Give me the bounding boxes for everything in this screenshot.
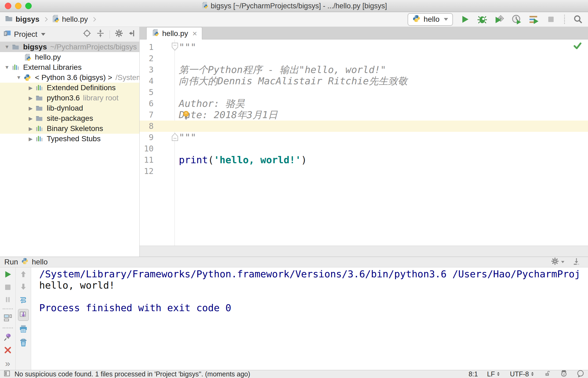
print-button[interactable] — [19, 324, 28, 335]
code-text[interactable]: Author: 骆昊 — [175, 98, 245, 109]
hide-run-panel-button[interactable] — [572, 257, 580, 267]
line-number[interactable]: 3 — [140, 64, 175, 75]
pause-output-button[interactable] — [4, 296, 12, 304]
line-number[interactable]: 1 — [140, 42, 175, 53]
code-text[interactable]: 向伟大的Dennis MacAlistair Ritchie先生致敬 — [175, 75, 408, 87]
code-line-12: 12 — [140, 166, 588, 177]
chevron-right-icon[interactable]: ▶ — [26, 136, 35, 142]
run-configuration-name: hello — [424, 15, 440, 24]
code-line-10: 10 — [140, 143, 588, 154]
chevron-down-icon[interactable] — [41, 33, 45, 36]
code-line-4: 4向伟大的Dennis MacAlistair Ritchie先生致敬 — [140, 75, 588, 87]
main-area: Project ▼bigsys~/PycharmProjects/bigsysh… — [0, 27, 588, 257]
close-window-button[interactable] — [5, 3, 11, 9]
tree-item-site-packages[interactable]: ▶site-packages — [0, 113, 139, 123]
next-occurrence-button[interactable] — [19, 283, 27, 292]
python-icon — [24, 74, 33, 81]
fold-region-start-icon[interactable] — [171, 42, 179, 55]
lock-icon[interactable] — [544, 370, 551, 378]
stop-button[interactable] — [546, 14, 556, 24]
intention-bulb-icon[interactable] — [182, 110, 190, 124]
folder-icon — [35, 104, 45, 112]
editor-tab-hello-py[interactable]: hello.py × — [146, 27, 202, 39]
stop-process-button[interactable] — [4, 283, 12, 292]
tree-item-typeshed-stubs[interactable]: ▶Typeshed Stubs — [0, 134, 139, 144]
chevron-right-icon — [43, 17, 48, 22]
tree-item-hello.py[interactable]: hello.py — [0, 52, 139, 62]
settings-gear-button[interactable] — [115, 29, 123, 39]
python-file-icon — [24, 53, 33, 61]
fold-region-end-icon[interactable] — [171, 133, 179, 146]
breadcrumb-item-bigsys[interactable]: bigsys — [5, 14, 39, 24]
toolwindow-toggle-icon[interactable] — [4, 370, 10, 378]
search-everywhere-button[interactable] — [573, 14, 583, 24]
breadcrumb-item-hello-py[interactable]: hello.py — [51, 14, 88, 24]
tree-item-secondary-label: ~/PycharmProjects/bigsys — [50, 43, 137, 51]
run-with-coverage-button[interactable] — [494, 14, 504, 24]
chevron-down-icon[interactable]: ▼ — [14, 75, 24, 81]
code-text[interactable]: print('hello, world!') — [175, 154, 307, 166]
chevron-right-icon[interactable]: ▶ — [26, 115, 35, 122]
caret-position-widget[interactable]: 8:1 — [469, 370, 478, 378]
close-tab-icon[interactable]: × — [193, 30, 197, 38]
locate-file-button[interactable] — [83, 29, 91, 39]
chevron-down-icon[interactable]: ▼ — [2, 64, 12, 70]
project-panel-title[interactable]: Project — [14, 30, 37, 39]
run-button[interactable] — [460, 14, 470, 24]
code-text[interactable] — [175, 166, 179, 177]
inspections-ok-icon[interactable] — [573, 41, 582, 51]
encoding-widget[interactable]: UTF-8 — [510, 370, 535, 378]
line-number[interactable]: 8 — [140, 121, 175, 132]
run-console-output[interactable]: /System/Library/Frameworks/Python.framew… — [31, 267, 588, 370]
run-panel-config-name[interactable]: hello — [32, 258, 48, 266]
chevron-right-icon[interactable]: ▶ — [26, 95, 35, 101]
soft-wrap-button[interactable] — [19, 295, 28, 306]
line-number[interactable]: 6 — [140, 98, 175, 109]
minimize-window-button[interactable] — [15, 3, 21, 9]
close-run-panel-button[interactable] — [4, 346, 12, 355]
tree-item-bigsys[interactable]: ▼bigsys~/PycharmProjects/bigsys — [0, 42, 139, 52]
prev-occurrence-button[interactable] — [19, 270, 27, 279]
line-ending-widget[interactable]: LF — [487, 370, 501, 378]
scroll-to-end-button[interactable] — [18, 309, 29, 321]
code-text[interactable] — [175, 87, 179, 98]
debug-button[interactable] — [477, 14, 487, 24]
clear-all-button[interactable] — [19, 338, 28, 348]
run-configuration-selector[interactable]: hello — [408, 13, 453, 26]
chevron-right-icon[interactable]: ▶ — [26, 85, 35, 91]
restore-layout-button[interactable] — [3, 313, 12, 324]
zoom-window-button[interactable] — [25, 3, 32, 9]
chevron-right-icon[interactable]: ▶ — [26, 126, 35, 132]
tree-item-python-3.6-bigsys[interactable]: ▼< Python 3.6 (bigsys) >/System — [0, 72, 139, 83]
concurrency-diagram-button[interactable] — [529, 14, 539, 24]
line-number[interactable]: 7 — [140, 109, 175, 121]
line-number[interactable]: 9 — [140, 132, 175, 143]
tree-item-extended-definitions[interactable]: ▶Extended Definitions — [0, 83, 139, 93]
tree-item-label: < Python 3.6 (bigsys) > — [35, 73, 112, 82]
chevron-right-icon[interactable]: ▶ — [26, 105, 35, 111]
event-log-bubble-icon[interactable] — [577, 370, 584, 378]
line-number[interactable]: 2 — [140, 53, 175, 64]
profiler-button[interactable] — [511, 14, 522, 24]
line-number[interactable]: 5 — [140, 87, 175, 98]
code-text[interactable]: 第一个Python程序 - 输出"hello, world!" — [175, 64, 386, 75]
run-settings-gear-button[interactable] — [551, 257, 564, 267]
hector-inspections-icon[interactable] — [560, 370, 568, 378]
tree-item-binary-skeletons[interactable]: ▶Binary Skeletons — [0, 123, 139, 134]
pin-tab-button[interactable] — [3, 332, 12, 343]
tree-item-lib-dynload[interactable]: ▶lib-dynload — [0, 103, 139, 113]
run-panel-title[interactable]: Run — [4, 258, 18, 266]
line-number[interactable]: 12 — [140, 166, 175, 177]
line-number[interactable]: 11 — [140, 154, 175, 166]
code-text[interactable] — [175, 121, 179, 132]
line-number[interactable]: 10 — [140, 143, 175, 154]
tree-item-python3.6[interactable]: ▶python3.6library root — [0, 93, 139, 103]
tree-item-external-libraries[interactable]: ▼External Libraries — [0, 62, 139, 72]
hide-panel-button[interactable] — [128, 29, 136, 39]
rerun-button[interactable] — [3, 270, 12, 280]
more-actions-button[interactable]: » — [5, 359, 10, 368]
chevron-down-icon[interactable]: ▼ — [2, 44, 12, 50]
collapse-all-button[interactable] — [96, 29, 105, 39]
code-editor[interactable]: 1"""23第一个Python程序 - 输出"hello, world!"4向伟… — [140, 39, 588, 246]
line-number[interactable]: 4 — [140, 75, 175, 87]
